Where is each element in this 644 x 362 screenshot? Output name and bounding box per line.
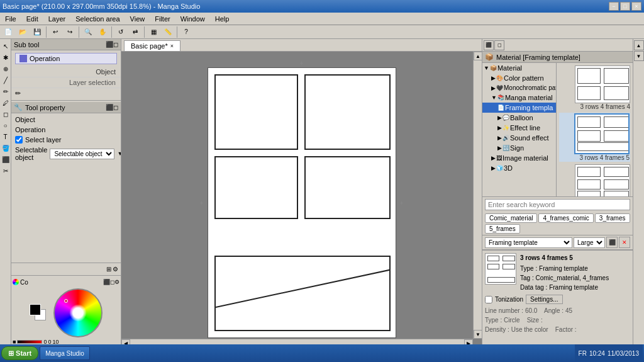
- right-nav-btn-1[interactable]: ▲: [634, 40, 644, 50]
- tree-expand-effect: ▶: [497, 125, 502, 131]
- tag-4frames[interactable]: 4_frames_comic: [538, 213, 593, 223]
- menu-filter[interactable]: Filter: [151, 14, 174, 24]
- tb-new[interactable]: 📄: [1, 26, 15, 38]
- tree-item-mono[interactable]: ▶ 🖤 Monochromatic pat: [482, 83, 556, 93]
- minimize-button[interactable]: −: [609, 2, 619, 11]
- selectable-object-select[interactable]: Selectable object: [50, 149, 114, 159]
- v-scroll-up-btn[interactable]: ▲: [474, 52, 482, 60]
- divider1: [11, 100, 121, 101]
- angle-label: Angle :: [544, 307, 564, 314]
- tool-icon-11[interactable]: ⬛: [0, 154, 11, 165]
- manga-page: [208, 67, 396, 338]
- tree-item-3d[interactable]: ▶ 🧊 3D: [482, 163, 556, 173]
- tb-open[interactable]: 📂: [16, 26, 30, 38]
- preview-thumb-2: [574, 113, 630, 154]
- tag-5frames[interactable]: 5_frames: [485, 224, 520, 234]
- tb-zoom[interactable]: 🔍: [81, 26, 95, 38]
- tb-redo[interactable]: ↪: [63, 26, 77, 38]
- info-type-label: Type :: [520, 265, 537, 272]
- menu-edit[interactable]: Edit: [23, 14, 42, 24]
- menu-selection[interactable]: Selection area: [72, 14, 123, 24]
- maximize-button[interactable]: □: [620, 2, 630, 11]
- nav-btn-2[interactable]: ◻: [494, 40, 504, 50]
- tool-icon-8[interactable]: ○: [0, 120, 11, 131]
- tree-label-color: Color pattern: [504, 74, 544, 82]
- tag-3frames[interactable]: 3_frames: [595, 213, 630, 223]
- settings-button[interactable]: Settings...: [526, 295, 562, 304]
- preview-item-1[interactable]: 3 rows 4 frames 4: [559, 65, 630, 110]
- info-title: 3 rows 4 frames 5: [520, 253, 630, 263]
- canvas-tab-active[interactable]: Basic page* ×: [124, 40, 180, 51]
- layer-selection-row: Layer selection: [11, 77, 121, 88]
- close-button[interactable]: ×: [631, 2, 641, 11]
- density-row: Density : Use the color Factor :: [485, 325, 630, 334]
- tb-flip[interactable]: ⇄: [128, 26, 142, 38]
- v-scroll-track[interactable]: [474, 60, 482, 330]
- settings-icon[interactable]: ⚙: [113, 266, 118, 273]
- menu-layer[interactable]: Layer: [45, 14, 70, 24]
- type2-label: Type :: [485, 317, 502, 324]
- tool-icon-10[interactable]: 🪣: [0, 142, 11, 154]
- tool-icon-7[interactable]: ◻: [0, 108, 11, 120]
- start-button[interactable]: ⊞ Start: [1, 346, 38, 360]
- material-header-label: Material [Framing template]: [496, 54, 580, 61]
- tool-icon-4[interactable]: ╱: [0, 74, 11, 86]
- color-wheel[interactable]: [53, 288, 103, 337]
- taskbar-app-btn[interactable]: Manga Studio: [40, 346, 90, 360]
- far-right-nav: ▲ ▼: [633, 39, 644, 348]
- tb-help[interactable]: ?: [179, 26, 193, 38]
- tb-undo[interactable]: ↩: [48, 26, 62, 38]
- tree-item-sound[interactable]: ▶ 🔊 Sound effect: [482, 133, 556, 143]
- tool-icon-12[interactable]: ✂: [0, 165, 11, 176]
- framing-add-btn[interactable]: ⬛: [606, 237, 618, 248]
- tags-area: Comic_material 4_frames_comic 3_frames 5…: [482, 212, 633, 235]
- tb-grid[interactable]: ▦: [147, 26, 160, 38]
- tree-item-color-pattern[interactable]: ▶ 🎨 Color pattern: [482, 73, 556, 83]
- tb-save[interactable]: 💾: [30, 26, 44, 38]
- tool-icon-1[interactable]: ↖: [0, 40, 11, 52]
- tag-comic-material[interactable]: Comic_material: [485, 213, 537, 223]
- tree-item-sign[interactable]: ▶ 🔣 Sign: [482, 143, 556, 153]
- tree-item-image[interactable]: ▶ 🖼 Image material: [482, 153, 556, 163]
- tab-close-icon[interactable]: ×: [170, 43, 174, 49]
- select-layer-checkbox[interactable]: [15, 136, 23, 144]
- nav-btn-1[interactable]: ⬛: [484, 40, 494, 50]
- preview-item-2[interactable]: 3 rows 4 frames 5: [559, 113, 630, 162]
- menu-file[interactable]: File: [1, 14, 20, 24]
- operation-item[interactable]: Operation: [15, 53, 117, 64]
- tree-item-effect[interactable]: ▶ ✨ Effect line: [482, 123, 556, 133]
- tool-icon-5[interactable]: ✏: [0, 86, 11, 97]
- framing-del-btn[interactable]: ✕: [619, 237, 630, 248]
- menu-view[interactable]: View: [126, 14, 149, 24]
- tonization-checkbox[interactable]: [485, 296, 492, 303]
- fg-color-swatch[interactable]: [30, 304, 41, 315]
- info-tag-row: Tag : Comic_material, 4_frames: [520, 273, 630, 283]
- tree-item-balloon[interactable]: ▶ 💬 Balloon: [482, 113, 556, 123]
- menu-help[interactable]: Help: [211, 14, 233, 24]
- tb-rotate[interactable]: ↺: [114, 26, 128, 38]
- tool-icon-2[interactable]: ✱: [0, 52, 11, 63]
- search-input[interactable]: [485, 199, 630, 210]
- tool-icon-6[interactable]: 🖊: [0, 97, 11, 108]
- canvas-container[interactable]: + + + +: [121, 52, 482, 348]
- preview-item-3[interactable]: 3 rows 5 frames 1: [559, 164, 630, 196]
- tool-icon-9[interactable]: T: [0, 131, 11, 142]
- panel-4: [304, 156, 391, 219]
- color-slider-r[interactable]: [17, 340, 42, 344]
- v-scroll-down-btn[interactable]: ▼: [474, 330, 482, 339]
- v-scrollbar[interactable]: ▲ ▼: [473, 52, 482, 339]
- tree-item-material[interactable]: ▼ 📦 Material: [482, 63, 556, 73]
- right-nav-btn-2[interactable]: ▼: [634, 51, 644, 61]
- tree-item-manga[interactable]: ▼ 📚 Manga material: [482, 93, 556, 103]
- resize-icon[interactable]: ⊞: [106, 266, 111, 273]
- tree-item-framing[interactable]: 📄 Framing templa: [482, 103, 556, 113]
- framing-select[interactable]: Framing template: [485, 237, 572, 248]
- tb-sep3: [111, 26, 112, 38]
- tb-ruler[interactable]: 📏: [161, 26, 175, 38]
- title-bar-controls: − □ ×: [609, 2, 641, 11]
- size-select[interactable]: Large: [574, 237, 605, 248]
- tool-icon-3[interactable]: ⊕: [0, 63, 11, 74]
- menu-window[interactable]: Window: [177, 14, 209, 24]
- svg-line-0: [216, 269, 391, 307]
- tb-hand[interactable]: ✋: [96, 26, 109, 38]
